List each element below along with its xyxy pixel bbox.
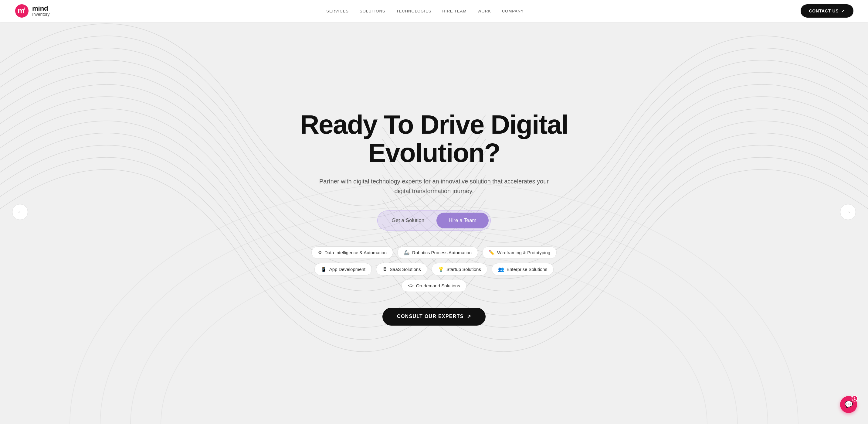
saas-icon: 🖥 (382, 266, 387, 272)
hero-title: Ready To Drive Digital Evolution? (267, 111, 601, 167)
nav-links: SERVICES SOLUTIONS TECHNOLOGIES HIRE TEA… (326, 8, 524, 14)
consult-experts-button[interactable]: CONSULT OUR EXPERTS ↗ (382, 308, 486, 326)
cta-arrow-icon: ↗ (467, 314, 471, 319)
tag-wireframing[interactable]: ✏️ Wireframing & Prototyping (482, 246, 557, 259)
next-arrow-button[interactable]: → (840, 204, 856, 220)
tag-data-intelligence-label: Data Intelligence & Automation (324, 250, 386, 255)
solution-toggle-group: Get a Solution Hire a Team (377, 210, 491, 230)
logo-icon: m i (14, 4, 29, 18)
cta-label: CONSULT OUR EXPERTS (397, 314, 464, 319)
app-dev-icon: 📱 (321, 266, 327, 272)
contact-arrow-icon: ↗ (841, 8, 845, 13)
hire-team-toggle[interactable]: Hire a Team (436, 213, 488, 228)
get-solution-toggle[interactable]: Get a Solution (379, 213, 436, 228)
robotics-icon: 🦾 (404, 250, 410, 255)
chat-button[interactable]: 💬 1 (840, 396, 857, 413)
nav-services[interactable]: SERVICES (326, 9, 349, 13)
tag-wireframing-label: Wireframing & Prototyping (497, 250, 550, 255)
tag-enterprise-solutions[interactable]: 👥 Enterprise Solutions (492, 263, 554, 276)
hero-content: Ready To Drive Digital Evolution? Partne… (267, 111, 601, 326)
logo-inventory-text: Inventory (32, 12, 50, 17)
logo-mind-text: mind (32, 5, 50, 12)
nav-technologies[interactable]: TECHNOLOGIES (396, 9, 432, 13)
hero-section: ← → Ready To Drive Digital Evolution? Pa… (0, 0, 868, 424)
right-arrow-icon: → (845, 209, 851, 215)
hero-subtitle: Partner with digital technology experts … (313, 176, 555, 196)
nav-hire-team[interactable]: HIRE TEAM (442, 9, 466, 13)
contact-us-button[interactable]: CONTACT US ↗ (801, 4, 854, 18)
nav-company[interactable]: COMPANY (502, 9, 524, 13)
svg-text:i: i (24, 6, 25, 11)
enterprise-icon: 👥 (498, 266, 504, 272)
logo-link[interactable]: m i mind Inventory (14, 4, 50, 18)
tag-saas-solutions[interactable]: 🖥 SaaS Solutions (376, 263, 427, 276)
ondemand-icon: <> (408, 283, 414, 288)
tag-startup-label: Startup Solutions (446, 267, 481, 272)
wireframing-icon: ✏️ (489, 250, 495, 255)
tag-app-development[interactable]: 📱 App Development (314, 263, 372, 276)
chat-icon: 💬 (845, 401, 853, 408)
startup-icon: 💡 (438, 266, 444, 272)
tag-robotics-label: Robotics Process Automation (412, 250, 472, 255)
prev-arrow-button[interactable]: ← (12, 204, 28, 220)
nav-solutions[interactable]: SOLUTIONS (360, 9, 385, 13)
data-intelligence-icon: ⚙ (318, 250, 322, 255)
navbar: m i mind Inventory SERVICES SOLUTIONS TE… (0, 0, 868, 22)
tag-on-demand-solutions[interactable]: <> On-demand Solutions (402, 280, 466, 292)
tag-startup-solutions[interactable]: 💡 Startup Solutions (432, 263, 488, 276)
tag-data-intelligence[interactable]: ⚙ Data Intelligence & Automation (311, 246, 393, 259)
left-arrow-icon: ← (17, 209, 23, 215)
tag-ondemand-label: On-demand Solutions (416, 283, 460, 288)
tag-app-dev-label: App Development (329, 267, 365, 272)
service-tags-container: ⚙ Data Intelligence & Automation 🦾 Robot… (282, 246, 586, 292)
tag-enterprise-label: Enterprise Solutions (506, 267, 547, 272)
chat-badge: 1 (851, 395, 858, 401)
tag-robotics-automation[interactable]: 🦾 Robotics Process Automation (397, 246, 478, 259)
tag-saas-label: SaaS Solutions (390, 267, 421, 272)
nav-work[interactable]: WORK (477, 9, 491, 13)
